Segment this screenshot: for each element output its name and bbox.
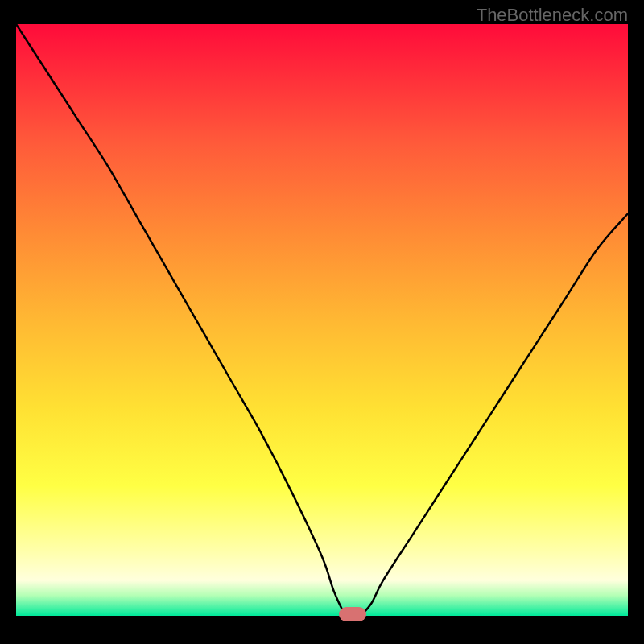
plot-area bbox=[16, 24, 628, 616]
bottleneck-curve bbox=[16, 24, 628, 616]
watermark-text: TheBottleneck.com bbox=[477, 5, 628, 26]
curve-path bbox=[16, 24, 628, 616]
optimal-point-marker bbox=[339, 607, 366, 621]
